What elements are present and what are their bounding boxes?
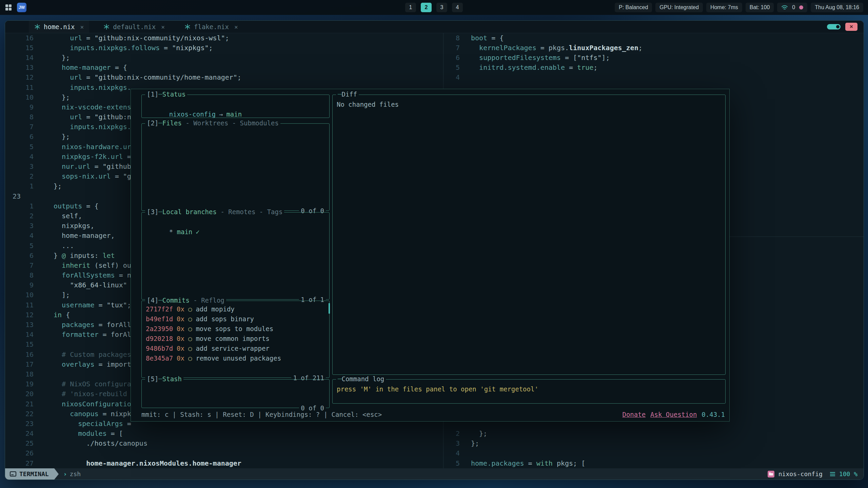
line-number: 5 bbox=[443, 63, 460, 72]
line-number: 19 bbox=[5, 380, 34, 388]
nix-icon bbox=[34, 24, 40, 30]
repo-folder-icon bbox=[768, 471, 774, 477]
code-line: 16 url = "github:nix-community/nixos-wsl… bbox=[5, 33, 443, 43]
commit-row[interactable]: 8e345a70x○remove unused packages bbox=[146, 353, 325, 363]
nix-icon bbox=[184, 24, 191, 30]
line-number: 6 bbox=[5, 251, 34, 260]
code-line: 5home.packages = with pkgs; [ bbox=[443, 458, 864, 468]
code-line: 26 bbox=[5, 448, 443, 458]
line-number: 10 bbox=[5, 93, 34, 101]
line-number: 7 bbox=[443, 44, 460, 52]
clock: Thu Aug 08, 18:16 bbox=[811, 3, 863, 12]
tab-default.nix[interactable]: default.nix× bbox=[98, 21, 170, 33]
app-launcher-icon[interactable]: JW bbox=[17, 3, 26, 12]
commit-row[interactable]: b49ef1d0x○add sops binary bbox=[146, 314, 325, 324]
line-number: 4 bbox=[5, 152, 34, 161]
line-number: 25 bbox=[5, 439, 34, 447]
panel-title: Status bbox=[162, 90, 186, 98]
recorder-icon bbox=[799, 5, 803, 9]
window-toggle-pill[interactable] bbox=[827, 24, 841, 29]
line-number: 23 bbox=[5, 420, 34, 428]
keybind-hints: mmit: c | Stash: s | Reset: D | Keybindi… bbox=[141, 411, 382, 418]
tab-close-icon[interactable]: × bbox=[161, 23, 165, 30]
code-line: 3}; bbox=[443, 439, 864, 448]
panel-title: Stash bbox=[162, 375, 182, 383]
line-number: 4 bbox=[443, 449, 460, 457]
code-line: 14 }; bbox=[5, 53, 443, 62]
workspace-4[interactable]: 4 bbox=[452, 3, 463, 12]
line-number: 3 bbox=[5, 222, 34, 230]
tab-close-icon[interactable]: × bbox=[80, 23, 84, 30]
apps-grid-icon[interactable] bbox=[5, 4, 12, 11]
panel-title: Commits bbox=[162, 297, 190, 304]
workspace-3[interactable]: 3 bbox=[436, 3, 447, 12]
tab-home.nix[interactable]: home.nix× bbox=[29, 21, 89, 33]
commit-row[interactable]: d9202180x○move common imports bbox=[146, 334, 325, 344]
code-line: 15 inputs.nixpkgs.follows = "nixpkgs"; bbox=[5, 43, 443, 53]
workspace-1[interactable]: 1 bbox=[405, 3, 416, 12]
line-number: 12 bbox=[5, 311, 34, 319]
workspace-2[interactable]: 2 bbox=[421, 3, 432, 12]
commit-row[interactable]: 9486b7d0x○add service-wrapper bbox=[146, 344, 325, 353]
line-number: 1 bbox=[5, 202, 34, 210]
lazygit-status-panel[interactable]: [1]─Status nixos-config→main bbox=[141, 95, 330, 118]
ask-question-link[interactable]: Ask Question bbox=[650, 411, 697, 418]
line-number: 4 bbox=[5, 231, 34, 240]
powerline-separator bbox=[54, 468, 59, 480]
commit-list: 2717f2f0x○add mopidyb49ef1d0x○add sops b… bbox=[142, 301, 329, 367]
commits-scrollbar[interactable] bbox=[329, 303, 330, 314]
tab-close-icon[interactable]: × bbox=[234, 23, 238, 30]
lazygit-stash-panel[interactable]: [5]─Stash 0 of 0 bbox=[141, 379, 330, 408]
commit-node-icon: ○ bbox=[188, 334, 192, 344]
status-chip: Home: 7ms bbox=[706, 3, 742, 12]
check-icon: ✓ bbox=[196, 228, 199, 236]
line-number: 13 bbox=[5, 63, 34, 72]
lazygit-diff-panel[interactable]: ─Diff No changed files bbox=[332, 95, 726, 375]
top-status-bar: JW 1234 P: BalancedGPU: IntegratedHome: … bbox=[0, 0, 868, 15]
shell-label: zsh bbox=[70, 470, 81, 477]
panel-title: Files bbox=[162, 119, 182, 127]
wifi-icon bbox=[781, 5, 788, 10]
line-number: 14 bbox=[5, 330, 34, 339]
line-number: 11 bbox=[5, 83, 34, 92]
nix-icon bbox=[103, 24, 110, 30]
commit-row[interactable]: 2a239500x○move sops to modules bbox=[146, 324, 325, 334]
line-number: 1 bbox=[5, 182, 34, 190]
line-number: 7 bbox=[5, 123, 34, 131]
status-chip: P: Balanced bbox=[615, 3, 652, 12]
commit-node-icon: ○ bbox=[188, 344, 192, 353]
code-line: 24 modules = [ bbox=[5, 429, 443, 439]
panel-title: Local branches bbox=[162, 208, 217, 216]
lazygit-commits-panel[interactable]: [4]─Commits - Reflog 2717f2f0x○add mopid… bbox=[141, 301, 330, 378]
tab-flake.nix[interactable]: flake.nix× bbox=[179, 21, 243, 33]
line-number: 3 bbox=[443, 439, 460, 447]
lazygit-branches-panel[interactable]: [3]─Local branches - Remotes - Tags * ma… bbox=[141, 212, 330, 300]
donate-link[interactable]: Donate bbox=[622, 411, 646, 418]
branch-label: main bbox=[226, 110, 242, 118]
line-number: 16 bbox=[5, 350, 34, 359]
code-line: 13 home-manager = { bbox=[5, 63, 443, 73]
lines-icon bbox=[830, 472, 835, 476]
line-number: 5 bbox=[5, 242, 34, 250]
line-number: 13 bbox=[5, 321, 34, 329]
lazygit-command-log-panel[interactable]: ─Command log press 'M' in the files pane… bbox=[332, 379, 726, 404]
code-line: 4 bbox=[443, 73, 864, 82]
commit-node-icon: ○ bbox=[188, 304, 192, 314]
commit-row[interactable]: 2717f2f0x○add mopidy bbox=[146, 304, 325, 314]
code-line: 2 }; bbox=[443, 429, 864, 439]
commit-node-icon: ○ bbox=[188, 324, 192, 334]
notification-count: 0 bbox=[792, 4, 795, 11]
workspaces: 1234 bbox=[405, 0, 463, 15]
lazygit-files-panel[interactable]: [2]─Files - Worktrees - Submodules 0 of … bbox=[141, 123, 330, 211]
mode-segment: TERMINAL bbox=[5, 468, 54, 480]
panel-title: Command log bbox=[341, 375, 384, 383]
line-number: 6 bbox=[5, 133, 34, 141]
tab-bar: home.nix×default.nix×flake.nix× × bbox=[5, 21, 864, 33]
window-close-button[interactable]: × bbox=[845, 23, 857, 31]
code-line: 25 ./hosts/canopus bbox=[5, 439, 443, 448]
panel-subtabs: - Remotes - Tags bbox=[217, 208, 282, 216]
line-number: 24 bbox=[5, 429, 34, 438]
commit-node-icon: ○ bbox=[188, 353, 192, 363]
scroll-percent: 100 % bbox=[839, 470, 857, 477]
branch-row[interactable]: * main✓ bbox=[142, 212, 329, 251]
